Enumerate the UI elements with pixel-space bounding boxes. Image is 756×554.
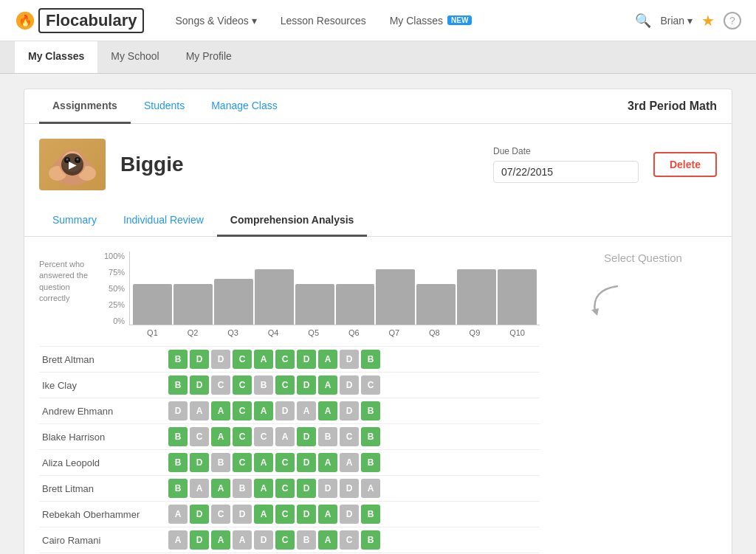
tab-manage-class[interactable]: Manage Class xyxy=(198,89,291,124)
search-icon[interactable]: 🔍 xyxy=(635,13,651,29)
tab-comprehension-analysis[interactable]: Comprehension Analysis xyxy=(217,205,368,237)
answer-cell-q5[interactable]: A xyxy=(254,401,273,420)
answer-cell-q4[interactable]: C xyxy=(233,427,252,446)
answer-cell-q8[interactable]: A xyxy=(318,453,337,472)
answer-cell-q2[interactable]: D xyxy=(190,453,209,472)
answer-cell-q4[interactable]: D xyxy=(233,505,252,524)
chart-bar-q3[interactable] xyxy=(214,279,253,325)
answer-cell-q10[interactable]: B xyxy=(361,350,380,369)
answer-cell-q10[interactable]: C xyxy=(361,375,380,395)
answer-cell-q8[interactable]: D xyxy=(318,479,337,498)
answer-cell-q4[interactable]: B xyxy=(233,479,252,498)
answer-cell-q3[interactable]: C xyxy=(211,505,230,524)
answer-cell-q7[interactable]: D xyxy=(297,479,316,498)
answer-cell-q2[interactable]: D xyxy=(190,505,209,524)
answer-cell-q1[interactable]: B xyxy=(168,479,188,498)
answer-cell-q6[interactable]: C xyxy=(275,375,295,395)
answer-cell-q6[interactable]: C xyxy=(275,505,295,524)
answer-cell-q9[interactable]: C xyxy=(340,530,359,550)
answer-cell-q1[interactable]: A xyxy=(168,505,188,524)
answer-cell-q7[interactable]: D xyxy=(297,350,316,369)
answer-cell-q2[interactable]: D xyxy=(190,375,209,395)
answer-cell-q4[interactable]: C xyxy=(233,350,252,369)
answer-cell-q10[interactable]: B xyxy=(361,401,380,420)
answer-cell-q3[interactable]: D xyxy=(211,350,230,369)
answer-cell-q5[interactable]: D xyxy=(254,530,273,550)
chart-bar-q6[interactable] xyxy=(336,284,375,325)
chart-bar-q10[interactable] xyxy=(498,269,537,325)
answer-cell-q4[interactable]: C xyxy=(233,375,252,395)
tab-individual-review[interactable]: Individual Review xyxy=(110,205,217,237)
answer-cell-q10[interactable]: B xyxy=(361,505,380,524)
play-button[interactable]: ▶ xyxy=(61,153,83,176)
answer-cell-q1[interactable]: B xyxy=(168,350,188,369)
answer-cell-q9[interactable]: D xyxy=(340,375,359,395)
answer-cell-q8[interactable]: A xyxy=(318,375,337,395)
answer-cell-q7[interactable]: D xyxy=(297,375,316,395)
answer-cell-q10[interactable]: B xyxy=(361,427,380,446)
answer-cell-q3[interactable]: C xyxy=(211,375,230,395)
chart-bar-q4[interactable] xyxy=(255,269,294,325)
answer-cell-q3[interactable]: A xyxy=(211,530,230,550)
answer-cell-q1[interactable]: B xyxy=(168,375,188,395)
chart-bar-q2[interactable] xyxy=(173,284,213,325)
answer-cell-q10[interactable]: B xyxy=(361,453,380,472)
answer-cell-q2[interactable]: C xyxy=(190,427,209,446)
chart-bar-q1[interactable] xyxy=(133,284,172,325)
answer-cell-q6[interactable]: D xyxy=(275,401,295,420)
answer-cell-q8[interactable]: B xyxy=(318,427,337,446)
chart-bar-q5[interactable] xyxy=(295,284,334,325)
answer-cell-q7[interactable]: A xyxy=(297,401,316,420)
answer-cell-q7[interactable]: D xyxy=(297,505,316,524)
answer-cell-q1[interactable]: D xyxy=(168,401,188,420)
due-date-input[interactable] xyxy=(493,161,639,183)
answer-cell-q6[interactable]: C xyxy=(275,479,295,498)
answer-cell-q6[interactable]: C xyxy=(275,350,295,369)
user-name[interactable]: Brian ▾ xyxy=(660,15,693,27)
answer-cell-q10[interactable]: B xyxy=(361,530,380,550)
answer-cell-q7[interactable]: B xyxy=(297,530,316,550)
answer-cell-q2[interactable]: D xyxy=(190,350,209,369)
answer-cell-q4[interactable]: C xyxy=(233,401,252,420)
answer-cell-q6[interactable]: C xyxy=(275,530,295,550)
nav-songs-videos[interactable]: Songs & Videos ▾ xyxy=(166,9,265,32)
answer-cell-q3[interactable]: B xyxy=(211,453,230,472)
logo[interactable]: 🔥 Flocabulary xyxy=(15,8,144,33)
answer-cell-q9[interactable]: D xyxy=(340,401,359,420)
answer-cell-q8[interactable]: A xyxy=(318,530,337,550)
answer-cell-q5[interactable]: A xyxy=(254,505,273,524)
answer-cell-q9[interactable]: D xyxy=(340,505,359,524)
help-icon[interactable]: ? xyxy=(724,12,741,30)
answer-cell-q8[interactable]: A xyxy=(318,505,337,524)
answer-cell-q1[interactable]: A xyxy=(168,530,188,550)
answer-cell-q2[interactable]: A xyxy=(190,401,209,420)
assignment-thumbnail[interactable]: ▶ xyxy=(39,139,106,190)
answer-cell-q9[interactable]: A xyxy=(340,453,359,472)
answer-cell-q3[interactable]: A xyxy=(211,427,230,446)
answer-cell-q1[interactable]: B xyxy=(168,453,188,472)
answer-cell-q5[interactable]: A xyxy=(254,479,273,498)
answer-cell-q8[interactable]: A xyxy=(318,350,337,369)
answer-cell-q1[interactable]: B xyxy=(168,427,188,446)
tab-summary[interactable]: Summary xyxy=(39,205,110,237)
answer-cell-q7[interactable]: D xyxy=(297,427,316,446)
answer-cell-q3[interactable]: A xyxy=(211,401,230,420)
answer-cell-q3[interactable]: A xyxy=(211,479,230,498)
chart-bar-q9[interactable] xyxy=(457,269,496,325)
subnav-my-classes[interactable]: My Classes xyxy=(15,41,97,73)
tab-assignments[interactable]: Assignments xyxy=(39,89,131,124)
answer-cell-q6[interactable]: A xyxy=(275,427,295,446)
answer-cell-q9[interactable]: D xyxy=(340,479,359,498)
tab-students[interactable]: Students xyxy=(131,89,198,124)
answer-cell-q6[interactable]: C xyxy=(275,453,295,472)
chart-bar-q8[interactable] xyxy=(416,284,456,325)
answer-cell-q5[interactable]: B xyxy=(254,375,273,395)
nav-my-classes[interactable]: My Classes NEW xyxy=(381,9,481,32)
answer-cell-q7[interactable]: D xyxy=(297,453,316,472)
answer-cell-q4[interactable]: C xyxy=(233,453,252,472)
answer-cell-q5[interactable]: C xyxy=(254,427,273,446)
answer-cell-q10[interactable]: A xyxy=(361,479,380,498)
answer-cell-q8[interactable]: A xyxy=(318,401,337,420)
answer-cell-q2[interactable]: D xyxy=(190,530,209,550)
answer-cell-q9[interactable]: D xyxy=(340,350,359,369)
